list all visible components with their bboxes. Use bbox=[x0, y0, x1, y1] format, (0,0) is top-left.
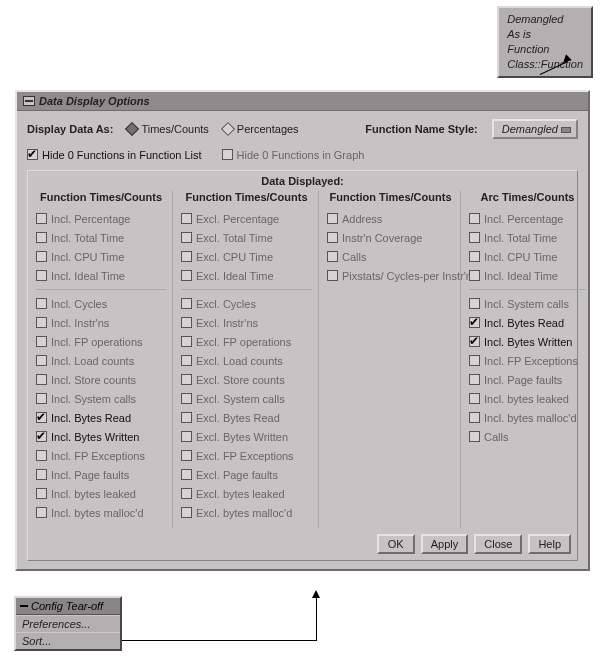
data-displayed-panel: Data Displayed: Function Times/Counts In… bbox=[27, 170, 578, 561]
checkbox-item[interactable]: Incl. Total Time bbox=[36, 228, 166, 247]
help-button[interactable]: Help bbox=[528, 534, 571, 554]
checkbox-item[interactable]: Calls bbox=[469, 427, 586, 446]
checkbox-icon bbox=[327, 270, 338, 281]
checkbox-item[interactable]: Excl. CPU Time bbox=[181, 247, 312, 266]
popup-item[interactable]: Function bbox=[507, 42, 583, 57]
checkbox-icon bbox=[327, 251, 338, 262]
checkbox-item[interactable]: Excl. Total Time bbox=[181, 228, 312, 247]
checkbox-icon bbox=[36, 336, 47, 347]
checkbox-icon bbox=[36, 469, 47, 480]
checkbox-item[interactable]: Address bbox=[327, 209, 454, 228]
panel-title: Data Displayed: bbox=[28, 171, 577, 191]
popup-item[interactable]: As is bbox=[507, 27, 583, 42]
popup-item[interactable]: Demangled bbox=[507, 12, 583, 27]
tearoff-item-sort[interactable]: Sort... bbox=[16, 632, 120, 649]
checkbox-icon bbox=[469, 355, 480, 366]
checkbox-icon bbox=[181, 336, 192, 347]
checkbox-icon bbox=[181, 431, 192, 442]
config-tearoff-menu: Config Tear-off Preferences... Sort... bbox=[14, 596, 122, 651]
checkbox-icon bbox=[469, 412, 480, 423]
checkbox-item[interactable]: Incl. Percentage bbox=[36, 209, 166, 228]
checkbox-icon bbox=[469, 270, 480, 281]
checkbox-item[interactable]: Incl. bytes leaked bbox=[36, 484, 166, 503]
checkbox-item[interactable]: Excl. bytes malloc'd bbox=[181, 503, 312, 522]
checkbox-item[interactable]: Excl. FP Exceptions bbox=[181, 446, 312, 465]
checkbox-icon bbox=[181, 270, 192, 281]
checkbox-icon bbox=[469, 251, 480, 262]
checkbox-icon bbox=[36, 374, 47, 385]
checkbox-item[interactable]: Incl. Bytes Written bbox=[36, 427, 166, 446]
checkbox-icon bbox=[327, 213, 338, 224]
apply-button[interactable]: Apply bbox=[421, 534, 469, 554]
window-menu-icon[interactable] bbox=[23, 96, 35, 106]
checkbox-item[interactable]: Incl. CPU Time bbox=[469, 247, 586, 266]
close-button[interactable]: Close bbox=[474, 534, 522, 554]
checkbox-item[interactable]: Incl. Bytes Read bbox=[469, 313, 586, 332]
hide-0-in-graph[interactable]: Hide 0 Functions in Graph bbox=[222, 145, 365, 164]
checkbox-item[interactable]: Incl. bytes malloc'd bbox=[36, 503, 166, 522]
fn-name-style-dropdown[interactable]: Demangled bbox=[492, 119, 578, 139]
checkbox-item[interactable]: Incl. FP Exceptions bbox=[469, 351, 586, 370]
checkbox-item[interactable]: Incl. Bytes Read bbox=[36, 408, 166, 427]
checkbox-icon bbox=[469, 431, 480, 442]
diamond-icon bbox=[221, 122, 235, 136]
checkbox-item[interactable]: Excl. Store counts bbox=[181, 370, 312, 389]
checkbox-item[interactable]: Incl. FP operations bbox=[36, 332, 166, 351]
checkbox-item[interactable]: Excl. bytes leaked bbox=[181, 484, 312, 503]
ok-button[interactable]: OK bbox=[377, 534, 415, 554]
checkbox-item[interactable]: Pixstats/ Cycles-per Instr'n bbox=[327, 266, 454, 285]
display-as-times[interactable]: Times/Counts bbox=[127, 123, 208, 135]
checkbox-item[interactable]: Excl. Cycles bbox=[181, 294, 312, 313]
checkbox-item[interactable]: Excl. Percentage bbox=[181, 209, 312, 228]
checkbox-item[interactable]: Incl. FP Exceptions bbox=[36, 446, 166, 465]
checkbox-item[interactable]: Incl. Percentage bbox=[469, 209, 586, 228]
checkbox-icon bbox=[27, 149, 38, 160]
col-2: Function Times/Counts Excl. PercentageEx… bbox=[172, 191, 318, 528]
checkbox-item[interactable]: Excl. Page faults bbox=[181, 465, 312, 484]
col-3: Function Times/Counts AddressInstr'n Cov… bbox=[318, 191, 460, 528]
checkbox-item[interactable]: Incl. CPU Time bbox=[36, 247, 166, 266]
checkbox-item[interactable]: Excl. Instr'ns bbox=[181, 313, 312, 332]
checkbox-icon bbox=[181, 507, 192, 518]
checkbox-icon bbox=[181, 412, 192, 423]
checkbox-icon bbox=[36, 507, 47, 518]
checkbox-item[interactable]: Incl. System calls bbox=[469, 294, 586, 313]
checkbox-item[interactable]: Instr'n Coverage bbox=[327, 228, 454, 247]
checkbox-item[interactable]: Incl. Instr'ns bbox=[36, 313, 166, 332]
tearoff-item-preferences[interactable]: Preferences... bbox=[16, 615, 120, 632]
checkbox-item[interactable]: Calls bbox=[327, 247, 454, 266]
window-menu-icon bbox=[20, 605, 28, 607]
window-title: Data Display Options bbox=[39, 95, 150, 107]
checkbox-item[interactable]: Excl. Bytes Read bbox=[181, 408, 312, 427]
checkbox-item[interactable]: Incl. Store counts bbox=[36, 370, 166, 389]
checkbox-item[interactable]: Incl. Ideal Time bbox=[469, 266, 586, 285]
checkbox-item[interactable]: Incl. Cycles bbox=[36, 294, 166, 313]
checkbox-icon bbox=[181, 232, 192, 243]
checkbox-item[interactable]: Excl. FP operations bbox=[181, 332, 312, 351]
checkbox-icon bbox=[469, 317, 480, 328]
col-header: Function Times/Counts bbox=[36, 191, 166, 203]
checkbox-item[interactable]: Excl. Ideal Time bbox=[181, 266, 312, 285]
checkbox-item[interactable]: Excl. Load counts bbox=[181, 351, 312, 370]
titlebar[interactable]: Data Display Options bbox=[17, 92, 588, 111]
arrow-head-icon bbox=[312, 590, 320, 598]
checkbox-icon bbox=[36, 232, 47, 243]
checkbox-item[interactable]: Incl. Bytes Written bbox=[469, 332, 586, 351]
hide-0-in-list[interactable]: Hide 0 Functions in Function List bbox=[27, 145, 202, 164]
checkbox-item[interactable]: Incl. Ideal Time bbox=[36, 266, 166, 285]
checkbox-item[interactable]: Incl. Page faults bbox=[469, 370, 586, 389]
display-as-percentages[interactable]: Percentages bbox=[223, 123, 299, 135]
tearoff-title[interactable]: Config Tear-off bbox=[16, 598, 120, 615]
checkbox-item[interactable]: Incl. System calls bbox=[36, 389, 166, 408]
checkbox-item[interactable]: Incl. Load counts bbox=[36, 351, 166, 370]
checkbox-icon bbox=[36, 393, 47, 404]
fn-name-style-label: Function Name Style: bbox=[365, 123, 477, 135]
fn-style-popup: Demangled As is Function Class::Function bbox=[497, 6, 593, 78]
checkbox-item[interactable]: Incl. bytes malloc'd bbox=[469, 408, 586, 427]
checkbox-item[interactable]: Incl. Total Time bbox=[469, 228, 586, 247]
checkbox-item[interactable]: Excl. System calls bbox=[181, 389, 312, 408]
checkbox-item[interactable]: Incl. bytes leaked bbox=[469, 389, 586, 408]
col-header: Arc Times/Counts bbox=[469, 191, 586, 203]
checkbox-item[interactable]: Incl. Page faults bbox=[36, 465, 166, 484]
checkbox-item[interactable]: Excl. Bytes Written bbox=[181, 427, 312, 446]
